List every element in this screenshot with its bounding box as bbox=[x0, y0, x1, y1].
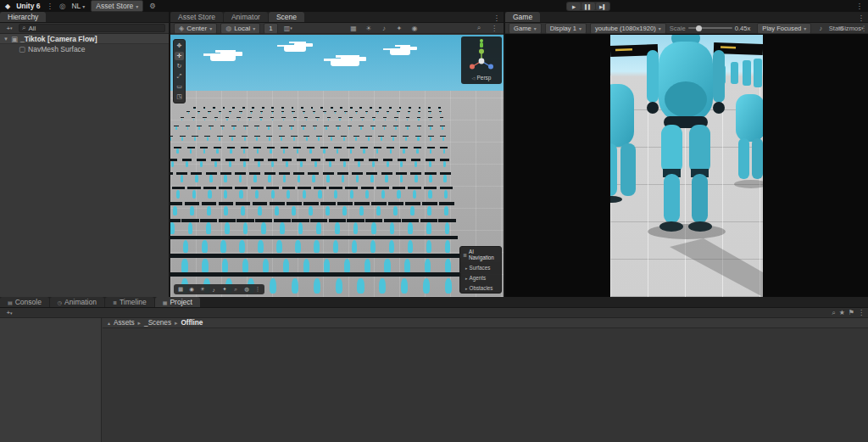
ai-nav-obstacles[interactable]: ▸Obstacles bbox=[460, 283, 501, 293]
panel-menu-icon[interactable]: ⋮ bbox=[854, 14, 868, 22]
scene-footer-icon[interactable]: ▦ bbox=[175, 285, 186, 294]
game-view-mode-dropdown[interactable]: Game▾ bbox=[509, 23, 542, 34]
cloud bbox=[210, 53, 236, 61]
game-view-area bbox=[505, 35, 868, 297]
scene-viewport[interactable]: ✥ ✛ ↻ ⤢ ▭ ◳ ◁ Persp bbox=[170, 35, 504, 297]
scene-footer-icon[interactable]: ◍ bbox=[242, 285, 252, 294]
view-tool-icon[interactable]: ✥ bbox=[175, 42, 184, 50]
project-create-button[interactable]: +▾ bbox=[3, 308, 15, 318]
hierarchy-panel: Hierarchy +▾ ⌕ All ▼ ▣ _Tiktok [Camera F… bbox=[0, 12, 170, 297]
tab-console[interactable]: ▤ Console bbox=[0, 297, 49, 307]
scale-slider-knob[interactable] bbox=[696, 25, 702, 31]
transform-tool-icon[interactable]: ◳ bbox=[175, 92, 184, 101]
globe-icon: ◍ bbox=[225, 25, 231, 32]
scene-effects-icon[interactable]: ✦ bbox=[393, 23, 405, 33]
gizmos-dropdown[interactable]: Gizmos▾ bbox=[845, 23, 857, 33]
tool-handle-rotation-dropdown[interactable]: ◍ Local▾ bbox=[220, 23, 260, 34]
scene-camera-icon[interactable]: ◉ bbox=[409, 23, 420, 33]
ai-navigation-title: AI Navigation bbox=[469, 249, 498, 260]
panel-menu-icon[interactable]: ⋮ bbox=[490, 14, 504, 22]
project-menu-icon[interactable]: ⋮ bbox=[858, 309, 865, 316]
menu-bar: ◆ Unity 6 ⋮ ◎ NL▾ Asset Store▾ ⚙ ▶ ▌▌ ▶▌… bbox=[0, 0, 868, 12]
asset-store-button[interactable]: Asset Store▾ bbox=[91, 0, 143, 12]
tab-asset-store[interactable]: Asset Store bbox=[170, 12, 223, 22]
create-button[interactable]: +▾ bbox=[3, 23, 15, 33]
scene-search-icon[interactable]: ⌕ bbox=[473, 23, 485, 33]
axis-gizmo[interactable] bbox=[467, 48, 496, 74]
gear-icon[interactable]: ⚙ bbox=[149, 2, 156, 10]
aspect-ratio-dropdown[interactable]: youtube (1080x1920)▾ bbox=[590, 23, 666, 34]
tab-game[interactable]: Game bbox=[505, 12, 540, 22]
scene-tools-overlay: ✥ ✛ ↻ ⤢ ▭ ◳ bbox=[173, 39, 186, 104]
project-folder-tree[interactable] bbox=[0, 318, 102, 442]
scene-panel: Asset Store Animator Scene ⋮ ◈ Center▾ ◍… bbox=[170, 12, 504, 297]
collapse-icon[interactable]: ▴ bbox=[108, 320, 110, 326]
projection-label[interactable]: ◁ Persp bbox=[472, 75, 492, 81]
scene-footer-icon[interactable]: ⋮ bbox=[253, 285, 263, 294]
chevron-down-icon: ▾ bbox=[136, 3, 138, 9]
account-icon[interactable]: ◎ bbox=[59, 2, 65, 10]
account-dropdown[interactable]: NL▾ bbox=[71, 2, 85, 10]
favorites-icon[interactable]: ★ bbox=[839, 309, 845, 316]
foldout-icon[interactable]: ▼ bbox=[3, 36, 8, 42]
scale-label: Scale bbox=[670, 25, 686, 32]
scene-footer-icon[interactable]: ⌕ bbox=[231, 285, 241, 294]
project-search-icon[interactable]: ⌕ bbox=[832, 309, 835, 317]
gameobject-name: NavMesh Surface bbox=[28, 45, 86, 53]
tab-scene[interactable]: Scene bbox=[269, 12, 304, 22]
project-icon: ▦ bbox=[163, 299, 168, 305]
gameobject-icon: ▢ bbox=[19, 45, 25, 53]
rotate-tool-icon[interactable]: ↻ bbox=[175, 62, 184, 70]
cloud bbox=[390, 48, 410, 55]
tool-handle-position-dropdown[interactable]: ◈ Center▾ bbox=[174, 23, 217, 34]
pivot-icon: ◈ bbox=[179, 25, 184, 32]
move-tool-icon[interactable]: ✛ bbox=[175, 52, 184, 60]
cloud bbox=[331, 59, 359, 66]
hierarchy-search-input[interactable]: ⌕ All bbox=[19, 24, 165, 32]
breadcrumb-offline[interactable]: Offline bbox=[181, 319, 203, 327]
scene-overlay-menu-icon[interactable]: ⋮ bbox=[488, 23, 500, 33]
breadcrumb-scenes[interactable]: _Scenes bbox=[144, 319, 171, 327]
ai-nav-surfaces[interactable]: ▸Surfaces bbox=[460, 262, 501, 272]
chevron-down-icon: ▾ bbox=[82, 3, 85, 9]
tab-animator[interactable]: Animator bbox=[224, 12, 268, 22]
cloud bbox=[284, 45, 306, 52]
scene-footer-icon[interactable]: ♪ bbox=[209, 285, 219, 294]
ai-nav-agents[interactable]: ▸Agents bbox=[460, 272, 501, 283]
console-icon: ▤ bbox=[8, 299, 13, 305]
scene-lighting-icon[interactable]: ☀ bbox=[363, 23, 375, 33]
scene-grid-icon[interactable]: ▦ bbox=[348, 23, 359, 33]
breadcrumb-assets[interactable]: Assets bbox=[114, 319, 135, 327]
selected-object-preview bbox=[475, 38, 488, 48]
pause-button[interactable]: ▌▌ bbox=[581, 3, 595, 10]
scene-footer-icon[interactable]: ◉ bbox=[186, 285, 197, 294]
orientation-gizmo[interactable]: ◁ Persp bbox=[461, 36, 502, 84]
layout-menu-icon[interactable]: ⋮ bbox=[856, 2, 864, 10]
window-menu-icon[interactable]: ⋮ bbox=[47, 2, 54, 10]
game-screen[interactable] bbox=[610, 35, 763, 297]
scene-footer-toolbar: ▦ ◉ ☀ ♪ ✦ ⌕ ◍ ⋮ bbox=[174, 284, 264, 294]
hierarchy-scene-row[interactable]: ▼ ▣ _Tiktok [Camera Flow] bbox=[0, 34, 169, 44]
grid-snap-value[interactable]: 1 bbox=[264, 23, 277, 34]
tab-timeline[interactable]: ≣ Timeline bbox=[105, 297, 154, 307]
mute-audio-icon[interactable]: ♪ bbox=[815, 23, 826, 33]
grid-snap-dropdown[interactable]: ▥▾ bbox=[281, 23, 295, 33]
scene-audio-icon[interactable]: ♪ bbox=[378, 23, 390, 33]
tab-animation[interactable]: ◷ Animation bbox=[50, 297, 104, 307]
scale-tool-icon[interactable]: ⤢ bbox=[175, 72, 184, 81]
scene-footer-icon[interactable]: ☀ bbox=[198, 285, 208, 294]
scale-slider[interactable]: Scale 0.45x bbox=[670, 25, 751, 32]
panel-menu-icon[interactable]: ⋮ bbox=[860, 25, 867, 32]
hierarchy-item-navmesh-surface[interactable]: ▢ NavMesh Surface bbox=[0, 44, 169, 54]
tab-hierarchy[interactable]: Hierarchy bbox=[0, 12, 46, 22]
display-dropdown[interactable]: Display 1▾ bbox=[545, 23, 587, 34]
breadcrumb-separator: ▸ bbox=[175, 320, 178, 327]
play-button[interactable]: ▶ bbox=[567, 3, 581, 10]
step-button[interactable]: ▶▌ bbox=[596, 3, 609, 10]
rect-tool-icon[interactable]: ▭ bbox=[175, 82, 184, 91]
labels-icon[interactable]: ⚑ bbox=[849, 309, 854, 316]
play-focused-dropdown[interactable]: Play Focused▾ bbox=[757, 23, 811, 34]
tab-project[interactable]: ▦ Project bbox=[155, 297, 200, 307]
scene-footer-icon[interactable]: ✦ bbox=[220, 285, 230, 294]
scale-value: 0.45x bbox=[735, 25, 751, 32]
